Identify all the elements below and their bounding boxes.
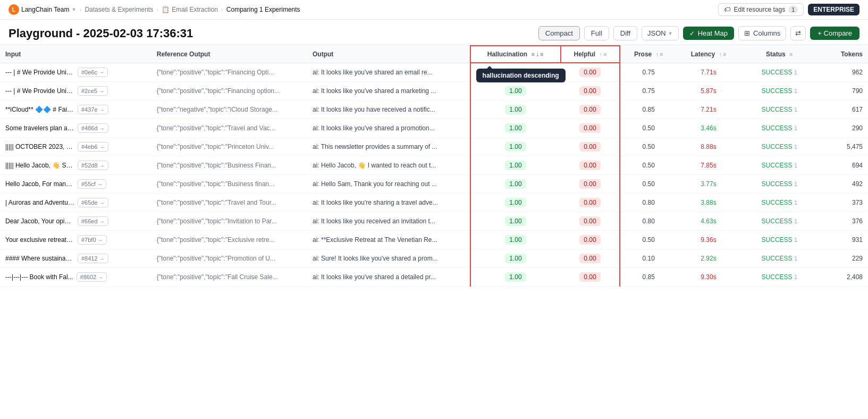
col-input-label: Input: [5, 51, 21, 58]
prose-filter-icon[interactable]: ≡: [660, 51, 663, 57]
swap-button[interactable]: ⇄: [790, 26, 806, 40]
nav-email-extraction[interactable]: 📋 Email Extraction: [162, 6, 218, 13]
hallucination-score: 1.00: [505, 86, 526, 96]
halluc-sort-desc-icon[interactable]: ↓: [536, 51, 539, 58]
helpful-filter-icon[interactable]: ≡: [603, 51, 606, 57]
full-view-button[interactable]: Full: [584, 26, 609, 40]
tag-icon: 🏷: [724, 6, 730, 13]
topbar: L LangChain Team ▼ › Datasets & Experime…: [0, 0, 868, 20]
status-filter-icon[interactable]: ≡: [789, 51, 793, 57]
status-badge: SUCCESS: [762, 217, 793, 225]
latency-filter-icon[interactable]: ≡: [723, 51, 726, 57]
cell-helpful: 0.00: [561, 268, 620, 287]
col-header-prose[interactable]: Prose ↑ ≡: [620, 46, 677, 63]
status-badge: SUCCESS: [762, 255, 793, 262]
input-text: ||||| Hello Jacob, 👋 Spo...: [5, 162, 74, 169]
org-name[interactable]: L LangChain Team ▼: [9, 4, 76, 15]
col-prose-label: Prose: [634, 51, 652, 58]
halluc-filter-icon[interactable]: ≡: [531, 51, 534, 57]
col-header-status[interactable]: Status ≡: [740, 46, 819, 63]
helpful-score: 0.00: [579, 105, 600, 114]
topbar-right: 🏷 Edit resource tags 1 ENTERPRISE: [718, 3, 859, 16]
cell-input: --- | # We Provide Unique Fi...#2ce5 →: [0, 82, 151, 100]
status-count: 1: [794, 162, 797, 169]
json-button[interactable]: JSON ▼: [642, 26, 679, 40]
status-count: 1: [794, 88, 797, 94]
columns-button[interactable]: ⊞ Columns: [738, 26, 786, 40]
cell-prose: 0.50: [620, 119, 677, 138]
hash-tag[interactable]: #55cf →: [78, 179, 106, 189]
latency-sort-up-icon[interactable]: ↑: [719, 51, 722, 57]
cell-helpful: 0.00: [561, 82, 620, 100]
heatmap-button[interactable]: ✓ Heat Map: [683, 27, 734, 40]
col-header-hallucination[interactable]: Hallucination ≡ ↓ ≡ hallucination descen…: [470, 46, 561, 63]
nav-sep-1: ›: [79, 6, 81, 13]
col-helpful-label: Helpful: [574, 51, 596, 58]
nav-sep-3: ›: [221, 6, 223, 13]
latency-sort-icons: ↑ ≡: [719, 51, 726, 57]
hallucination-score: 1.00: [505, 254, 526, 263]
diff-view-button[interactable]: Diff: [613, 26, 637, 40]
cell-output: ai: It looks like you're sharing a trave…: [307, 194, 470, 212]
hash-tag[interactable]: #0e6c →: [78, 68, 108, 77]
cell-helpful: 0.00: [561, 175, 620, 194]
input-text: Dear Jacob, Your opinion m...: [5, 217, 74, 225]
hash-tag[interactable]: #7bf0 →: [78, 235, 107, 245]
compact-view-button[interactable]: Compact: [538, 26, 580, 40]
cell-input: ||||| Hello Jacob, 👋 Spo...#52d8 →: [0, 156, 151, 175]
table-row: --- | # We Provide Unique Fi...#2ce5 →{"…: [0, 82, 868, 100]
cell-helpful: 0.00: [561, 156, 620, 175]
cell-output: ai: Hello Jacob, 👋 I wanted to reach out…: [307, 156, 470, 175]
table-header-row: Input Reference Output Output Hallucinat…: [0, 46, 868, 63]
hash-tag[interactable]: #2ce5 →: [78, 86, 108, 96]
org-chevron-icon: ▼: [72, 7, 77, 12]
col-header-latency[interactable]: Latency ↑ ≡: [677, 46, 740, 63]
col-header-tokens[interactable]: Tokens: [819, 46, 868, 63]
halluc-filter2-icon[interactable]: ≡: [540, 51, 543, 57]
helpful-score: 0.00: [579, 216, 600, 226]
cell-output: ai: It looks like you received an invita…: [307, 212, 470, 231]
hash-tag[interactable]: #4eb6 →: [78, 142, 108, 152]
hash-tag[interactable]: #8412 →: [78, 254, 108, 263]
cell-latency: 7.21s: [677, 100, 740, 119]
input-text: --- | # We Provide Unique F...: [5, 69, 74, 76]
table-row: Hello Jacob, For many small...#55cf →{"t…: [0, 175, 868, 194]
compare-button[interactable]: + Compare: [810, 27, 859, 40]
edit-tags-button[interactable]: 🏷 Edit resource tags 1: [718, 3, 804, 16]
cell-status: SUCCESS 1: [740, 100, 819, 119]
hash-tag[interactable]: #486d →: [78, 123, 108, 133]
hash-tag[interactable]: #437e →: [78, 105, 108, 114]
main-table-container: Input Reference Output Output Hallucinat…: [0, 45, 868, 287]
status-badge: SUCCESS: [762, 273, 793, 281]
hallucination-score: 1.00: [505, 68, 526, 77]
col-header-helpful[interactable]: Helpful ↑ ≡: [561, 46, 620, 63]
prose-sort-up-icon[interactable]: ↑: [656, 51, 659, 57]
hash-tag[interactable]: #65de →: [78, 198, 108, 207]
hash-tag[interactable]: #8602 →: [77, 272, 107, 282]
hallucination-score: 1.00: [505, 105, 526, 114]
cell-output: ai: It looks like you've shared an email…: [307, 63, 470, 82]
cell-status: SUCCESS 1: [740, 138, 819, 156]
cell-reference: {"tone":"positive","topic":"Princeton Un…: [151, 138, 307, 156]
hash-tag[interactable]: #66ed →: [78, 216, 108, 226]
cell-tokens: 694: [819, 156, 868, 175]
cell-latency: 3.46s: [677, 119, 740, 138]
cell-hallucination: 1.00: [470, 194, 561, 212]
cell-latency: 7.71s: [677, 63, 740, 82]
input-text: --- | # We Provide Unique Fi...: [5, 87, 74, 95]
columns-label: Columns: [753, 29, 780, 37]
cell-reference: {"tone":"positive","topic":"Promotion of…: [151, 249, 307, 268]
cell-latency: 3.88s: [677, 194, 740, 212]
nav-datasets[interactable]: Datasets & Experiments: [85, 6, 153, 13]
helpful-sort-up-icon[interactable]: ↑: [600, 51, 603, 57]
cell-hallucination: 1.00: [470, 231, 561, 249]
cell-reference: {"tone":"positive","topic":"Exclusive re…: [151, 231, 307, 249]
cell-status: SUCCESS 1: [740, 249, 819, 268]
col-ref-label: Reference Output: [157, 51, 210, 58]
cell-output: ai: This newsletter provides a summary o…: [307, 138, 470, 156]
cell-status: SUCCESS 1: [740, 119, 819, 138]
status-count: 1: [794, 106, 797, 113]
cell-prose: 0.75: [620, 82, 677, 100]
status-count: 1: [794, 125, 797, 131]
hash-tag[interactable]: #52d8 →: [78, 161, 108, 170]
